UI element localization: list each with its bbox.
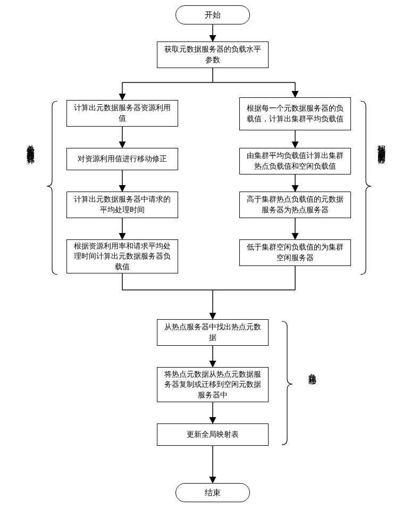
right-step-1-text: 根据每一个元数据服务器的负载值，计算出集群平均负载值 bbox=[245, 103, 345, 124]
merge-step-2: 将热点元数据从热点元数据服务器复制或迁移到空闲元数据服务器中 bbox=[157, 367, 269, 402]
right-step-2: 由集群平均负载值计算出集群热点负载值和空闲负载值 bbox=[239, 148, 351, 174]
left-step-3: 计算出元数据服务器中请求的平均处理时间 bbox=[66, 192, 178, 218]
bottom-brace-label: 负载迁移 bbox=[307, 367, 317, 371]
left-step-4: 根据资源利用率和请求平均处理时间计算出元数据服务器负载值 bbox=[66, 239, 178, 273]
right-step-4: 低于集群空闲负载值的为集群空闲服务器 bbox=[239, 239, 351, 266]
right-step-4-text: 低于集群空闲负载值的为集群空闲服务器 bbox=[245, 242, 345, 263]
left-brace-label: 单个元数据服务器负载计算 bbox=[26, 138, 36, 151]
flowchart-arrows bbox=[0, 0, 410, 532]
merge-step-3-text: 更新全局映射表 bbox=[187, 429, 239, 440]
end-terminal: 结束 bbox=[175, 483, 250, 502]
left-step-4-text: 根据资源利用率和请求平均处理时间计算出元数据服务器负载值 bbox=[72, 241, 172, 272]
right-brace-label: 找到集群热点和空闲服务器 bbox=[376, 138, 387, 151]
right-step-3: 高于集群热点负载值的元数据服务器为热点服务器 bbox=[239, 192, 351, 218]
merge-step-2-text: 将热点元数据从热点元数据服务器复制或迁移到空闲元数据服务器中 bbox=[163, 369, 263, 401]
left-step-2: 对资源利用值进行移动修正 bbox=[66, 148, 178, 170]
step-get-params: 获取元数据服务器的负载水平参数 bbox=[157, 41, 269, 68]
flowchart-container: 开始 获取元数据服务器的负载水平参数 计算出元数据服务器资源利用值 对资源利用值… bbox=[0, 0, 410, 532]
left-step-3-text: 计算出元数据服务器中请求的平均处理时间 bbox=[72, 194, 172, 215]
right-step-1: 根据每一个元数据服务器的负载值，计算出集群平均负载值 bbox=[239, 97, 351, 130]
left-step-1-text: 计算出元数据服务器资源利用值 bbox=[72, 103, 172, 123]
merge-step-1-text: 从热点服务器中找出热点元数据 bbox=[163, 322, 263, 343]
left-step-2-text: 对资源利用值进行移动修正 bbox=[78, 154, 167, 164]
merge-step-1: 从热点服务器中找出热点元数据 bbox=[157, 319, 269, 346]
start-terminal: 开始 bbox=[175, 5, 250, 24]
left-step-1: 计算出元数据服务器资源利用值 bbox=[66, 100, 178, 127]
merge-step-3: 更新全局映射表 bbox=[157, 423, 269, 446]
right-step-3-text: 高于集群热点负载值的元数据服务器为热点服务器 bbox=[245, 194, 345, 215]
right-step-2-text: 由集群平均负载值计算出集群热点负载值和空闲负载值 bbox=[245, 151, 345, 171]
start-label: 开始 bbox=[205, 10, 221, 20]
step-get-params-text: 获取元数据服务器的负载水平参数 bbox=[163, 44, 263, 65]
end-label: 结束 bbox=[205, 488, 221, 498]
